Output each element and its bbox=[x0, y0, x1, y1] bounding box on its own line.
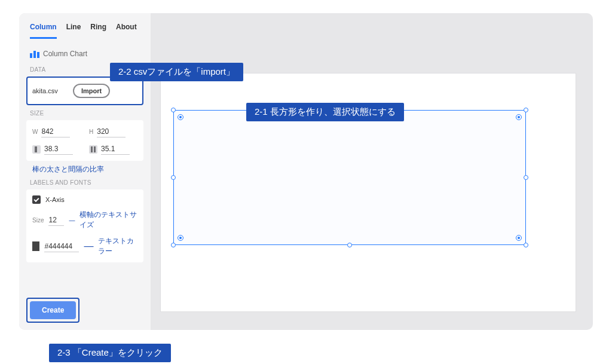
resize-handle-l[interactable] bbox=[171, 175, 176, 180]
csv-filename: akita.csv bbox=[32, 87, 68, 94]
height-input[interactable] bbox=[97, 126, 126, 137]
size-card: W H bbox=[26, 120, 143, 161]
height-label: H bbox=[89, 129, 93, 135]
column-chart-icon bbox=[30, 50, 39, 58]
rotate-handle-br[interactable] bbox=[516, 235, 522, 241]
font-size-label: Size bbox=[32, 217, 44, 224]
create-button[interactable]: Create bbox=[30, 301, 76, 319]
chart-type-title: Column Chart bbox=[19, 39, 151, 62]
width-input[interactable] bbox=[41, 126, 70, 137]
xaxis-checkbox[interactable] bbox=[32, 195, 41, 204]
gap-width-input[interactable] bbox=[101, 143, 130, 155]
tab-bar: Column Line Ring About bbox=[19, 13, 151, 39]
selected-rectangle[interactable] bbox=[173, 110, 526, 245]
callout-import: 2-2 csvファイルを「import」 bbox=[110, 63, 243, 81]
tab-column[interactable]: Column bbox=[30, 23, 57, 39]
tab-about[interactable]: About bbox=[116, 23, 137, 39]
section-labels-label: LABELS AND FONTS bbox=[19, 175, 151, 189]
gap-width-icon bbox=[89, 145, 97, 154]
callout-rectangle: 2-1 長方形を作り、選択状態にする bbox=[246, 103, 404, 121]
width-label: W bbox=[32, 129, 38, 135]
ratio-note: 棒の太さと間隔の比率 bbox=[19, 161, 151, 175]
dash-2: — bbox=[84, 241, 93, 252]
bar-width-input[interactable] bbox=[44, 143, 73, 155]
resize-handle-r[interactable] bbox=[524, 175, 528, 180]
sidebar: Column Line Ring About Column Chart DATA… bbox=[19, 13, 151, 330]
tab-line[interactable]: Line bbox=[66, 23, 81, 39]
xaxis-label: X-Axis bbox=[45, 196, 65, 203]
text-color-swatch[interactable] bbox=[32, 241, 39, 251]
rotate-handle-tl[interactable] bbox=[178, 114, 183, 120]
tcolor-note: テキストカラー bbox=[98, 236, 137, 256]
resize-handle-tl[interactable] bbox=[171, 108, 176, 112]
callout-create: 2-3 「Create」をクリック bbox=[49, 344, 171, 362]
text-color-input[interactable] bbox=[44, 241, 79, 252]
import-button[interactable]: Import bbox=[73, 84, 110, 98]
tab-ring[interactable]: Ring bbox=[90, 23, 106, 39]
dash-1: — bbox=[69, 217, 75, 224]
chart-type-label: Column Chart bbox=[43, 50, 87, 58]
resize-handle-bl[interactable] bbox=[171, 243, 176, 247]
rotate-handle-bl[interactable] bbox=[178, 235, 183, 241]
labels-card: X-Axis Size — 横軸のテキストサイズ — テキストカラー bbox=[26, 189, 143, 262]
xsize-note: 横軸のテキストサイズ bbox=[79, 210, 137, 230]
font-size-input[interactable] bbox=[48, 215, 64, 226]
resize-handle-br[interactable] bbox=[524, 243, 528, 247]
rotate-handle-tr[interactable] bbox=[516, 114, 522, 120]
bar-width-icon bbox=[32, 145, 41, 154]
create-highlight: Create bbox=[26, 298, 79, 323]
resize-handle-tr[interactable] bbox=[524, 108, 528, 112]
section-size-label: SIZE bbox=[19, 105, 151, 120]
resize-handle-b[interactable] bbox=[347, 243, 352, 247]
